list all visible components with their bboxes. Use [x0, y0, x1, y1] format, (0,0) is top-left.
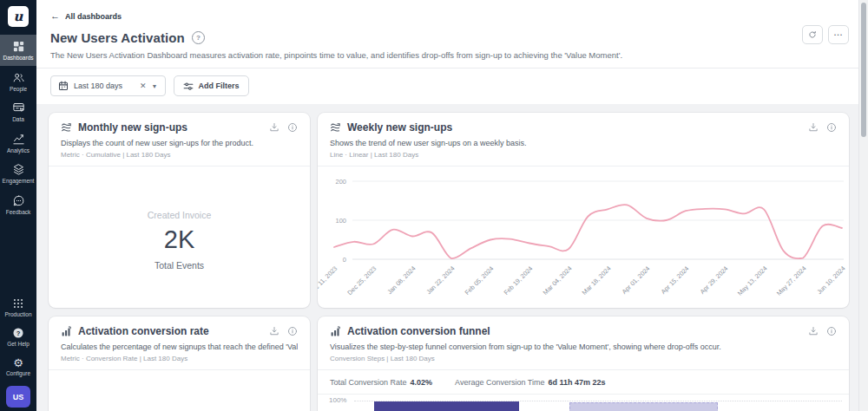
date-range-filter[interactable]: Last 180 days ✕ ▼ [50, 75, 166, 96]
sidebar-item-label: Dashboards [3, 55, 33, 62]
gear-icon: ⚙ [13, 357, 23, 369]
sidebar-item-label: Analytics [7, 148, 30, 154]
metric-value: 2K [49, 225, 310, 254]
svg-text:Jan 08, 2024: Jan 08, 2024 [385, 264, 417, 296]
apps-grid-icon [12, 297, 24, 310]
sidebar-item-analytics[interactable]: Analytics [0, 127, 36, 159]
average-conversion-time: Average Conversion Time6d 11h 47m 22s [455, 378, 605, 387]
sidebar-item-engagement[interactable]: Engagement [0, 158, 36, 189]
card-title: Weekly new sign-ups [347, 121, 452, 134]
svg-text:Feb 19, 2024: Feb 19, 2024 [503, 264, 535, 297]
card-weekly-new-signups: Weekly new sign-ups Shows the trend of n… [318, 113, 849, 308]
analytics-icon [12, 133, 25, 146]
svg-text:Apr 29, 2024: Apr 29, 2024 [698, 264, 729, 296]
vertical-scrollbar[interactable] [858, 0, 868, 411]
download-icon[interactable] [269, 122, 279, 133]
weekly-signups-line-chart: 2001000Dec 11, 2023Dec 25, 2023Jan 08, 2… [318, 171, 849, 308]
download-icon[interactable] [808, 122, 819, 133]
sidebar-item-production[interactable]: Production [0, 292, 36, 323]
info-icon[interactable] [826, 326, 837, 336]
ellipsis-icon: ... [834, 29, 844, 37]
sidebar-item-label: Configure [6, 371, 30, 377]
funnel-axis-label: 100% [329, 396, 346, 404]
svg-text:May 27, 2024: May 27, 2024 [775, 264, 808, 297]
card-header: Activation conversion rate Calculates th… [49, 316, 310, 370]
info-icon[interactable] [287, 122, 298, 133]
title-row: New Users Activation ? [36, 23, 868, 45]
filter-bar: Last 180 days ✕ ▼ Add Filters [36, 68, 868, 104]
user-avatar[interactable]: US [6, 386, 30, 408]
add-filters-button[interactable]: Add Filters [174, 75, 249, 96]
sidebar-item-configure[interactable]: ⚙ Configure [0, 352, 36, 382]
funnel-chart: 100% [318, 394, 849, 411]
total-conversion-rate: Total Conversion Rate4.02% [330, 378, 432, 387]
sidebar-item-feedback[interactable]: Feedback [0, 189, 36, 220]
main-area: ← All dashboards New Users Activation ? … [36, 0, 868, 411]
card-title: Activation conversion funnel [347, 325, 490, 337]
bar-chart-icon [330, 326, 341, 337]
sidebar-item-label: People [10, 87, 27, 93]
svg-text:May 13, 2024: May 13, 2024 [736, 264, 769, 297]
trend-lines-icon [330, 122, 341, 134]
card-description: Visualizes the step-by-step funnel conve… [330, 342, 837, 351]
stat-label: Average Conversion Time [455, 378, 544, 387]
funnel-stats-row: Total Conversion Rate4.02% Average Conve… [318, 370, 849, 395]
card-meta: Metric · Cumulative | Last 180 Days [61, 151, 298, 166]
back-link[interactable]: ← All dashboards [50, 11, 122, 21]
download-icon[interactable] [808, 326, 819, 336]
app-logo[interactable]: u [8, 6, 29, 27]
data-icon [12, 101, 25, 114]
card-monthly-new-signups: Monthly new sign-ups Displays the count … [49, 113, 310, 308]
svg-text:Jan 22, 2024: Jan 22, 2024 [424, 264, 456, 296]
metric-block: Created Invoice 2K Total Events [49, 210, 310, 271]
funnel-bar-converted[interactable] [374, 401, 519, 411]
sidebar-item-label: Data [12, 117, 24, 123]
sidebar-item-get-help[interactable]: ? Get Help [0, 322, 36, 352]
bar-chart-icon [61, 326, 72, 337]
stat-value: 4.02% [411, 378, 433, 387]
svg-text:Apr 01, 2024: Apr 01, 2024 [620, 264, 651, 296]
card-description: Displays the count of new user sign-ups … [61, 139, 298, 147]
sidebar-item-people[interactable]: People [0, 66, 36, 97]
engagement-icon [12, 163, 25, 176]
page-description: The New Users Activation Dashboard measu… [36, 45, 868, 68]
back-link-label: All dashboards [65, 12, 122, 21]
card-activation-conversion-funnel: Activation conversion funnel Visualizes … [318, 316, 849, 411]
sidebar-item-label: Production [4, 312, 31, 318]
filter-sliders-icon [183, 82, 194, 91]
card-meta: Metric · Conversion Rate | Last 180 Days [61, 355, 298, 369]
svg-text:200: 200 [335, 178, 346, 186]
info-icon[interactable] [826, 122, 837, 133]
refresh-button[interactable] [802, 25, 823, 44]
download-icon[interactable] [269, 326, 279, 336]
topbar: ← All dashboards [36, 0, 868, 23]
people-icon [12, 71, 25, 84]
svg-text:100: 100 [335, 217, 346, 225]
title-help-icon[interactable]: ? [192, 31, 205, 44]
dashboards-icon [12, 40, 25, 53]
refresh-icon [808, 29, 817, 40]
sidebar-item-data[interactable]: Data [0, 96, 36, 127]
feedback-icon [12, 194, 25, 207]
svg-text:0: 0 [343, 256, 346, 264]
clear-date-filter-icon[interactable]: ✕ [140, 82, 147, 90]
card-header: Activation conversion funnel Visualizes … [318, 316, 849, 370]
svg-text:Dec 25, 2023: Dec 25, 2023 [345, 264, 378, 297]
sidebar-item-dashboards[interactable]: Dashboards [0, 35, 36, 66]
card-meta: Line · Linear | Last 180 Days [330, 151, 837, 166]
card-title: Activation conversion rate [78, 325, 209, 337]
svg-text:?: ? [16, 329, 21, 337]
card-header: Weekly new sign-ups Shows the trend of n… [318, 113, 849, 166]
trend-lines-icon [61, 122, 72, 134]
svg-text:Mar 04, 2024: Mar 04, 2024 [542, 264, 574, 297]
info-icon[interactable] [287, 326, 298, 336]
dashboard-content: Monthly new sign-ups Displays the count … [36, 104, 868, 411]
card-activation-conversion-rate: Activation conversion rate Calculates th… [49, 316, 310, 411]
svg-text:Feb 05, 2024: Feb 05, 2024 [464, 264, 496, 297]
chevron-down-icon[interactable]: ▼ [152, 83, 158, 89]
more-button[interactable]: ... [828, 25, 849, 44]
funnel-bar-dropoff[interactable] [569, 402, 718, 411]
header-actions: ... [802, 25, 849, 44]
scrollbar-thumb[interactable] [861, 3, 866, 137]
add-filters-label: Add Filters [199, 82, 240, 90]
